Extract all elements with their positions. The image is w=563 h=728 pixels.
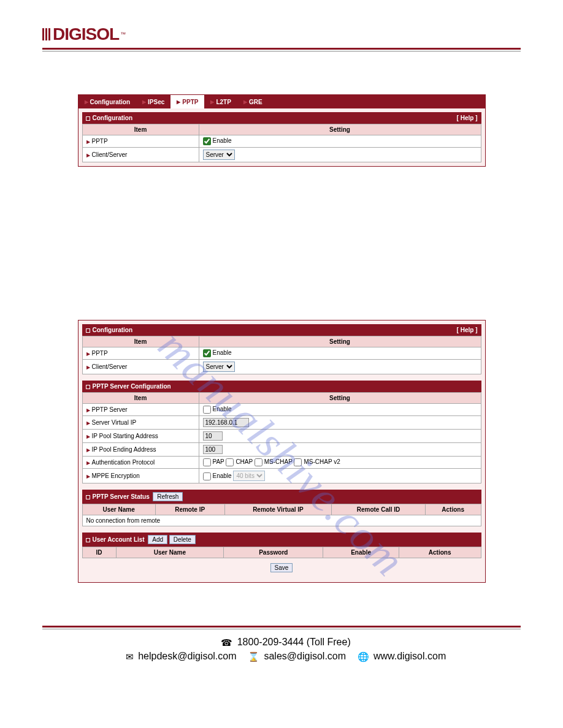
row-client-server2: ▶Client/Server Server: [82, 360, 481, 374]
header-divider-thin: [42, 51, 521, 51]
tab-label: PPTP: [182, 99, 198, 105]
row-label: PPTP: [92, 350, 108, 357]
row-mppe: ▶MPPE Encryption Enable 40 bits: [82, 469, 481, 483]
arrow-icon: ▶: [142, 99, 146, 105]
configuration-table2: Item Setting ▶PPTP Enable ▶Client/Server…: [82, 336, 481, 374]
delete-button[interactable]: Delete: [169, 535, 196, 544]
add-button[interactable]: Add: [148, 535, 167, 544]
row-label: IP Pool Ending Address: [92, 446, 156, 453]
mppe-bits-select[interactable]: 40 bits: [233, 471, 265, 481]
bullet-icon: [86, 538, 90, 542]
col-remote-call: Remote Call ID: [332, 504, 426, 515]
row-ip-pool-end: ▶IP Pool Ending Address: [82, 443, 481, 457]
arrow-icon: ▶: [86, 460, 90, 466]
col-id: ID: [82, 547, 116, 558]
tab-ipsec[interactable]: ▶IPSec: [136, 95, 170, 108]
hourglass-icon: ⌛: [248, 651, 259, 662]
tm-icon: ™: [120, 31, 126, 37]
pptp-server-enable-checkbox[interactable]: Enable: [203, 406, 232, 412]
bullet-icon: [86, 328, 90, 333]
section-title: PPTP Server Status: [93, 493, 150, 500]
row-label: MPPE Encryption: [92, 472, 140, 479]
footer-email1: helpdesk@digisol.com: [138, 651, 236, 661]
section-header-configuration: Configuration [ Help ]: [82, 112, 481, 124]
arrow-icon: ▶: [86, 351, 90, 357]
tab-configuration[interactable]: ▶Configuration: [79, 95, 137, 108]
arrow-icon: ▶: [86, 365, 90, 370]
auth-chap-checkbox[interactable]: CHAP: [226, 458, 253, 465]
row-ip-pool-start: ▶IP Pool Starting Address: [82, 430, 481, 443]
row-label: PPTP Server: [92, 406, 128, 413]
checkbox-label: MS-CHAP: [264, 458, 293, 465]
checkbox-label: Enable: [213, 472, 232, 479]
section-title: Configuration: [93, 327, 133, 333]
tab-label: IPSec: [148, 99, 164, 105]
arrow-icon: ▶: [243, 99, 247, 105]
bullet-icon: [86, 495, 90, 499]
pptp-enable-checkbox[interactable]: Enable: [203, 137, 232, 144]
row-auth-protocol: ▶Authentication Protocol PAP CHAP MS-CHA…: [82, 457, 481, 469]
tab-label: Configuration: [90, 99, 131, 105]
phone-icon: ☎: [221, 637, 232, 648]
section-header-configuration2: Configuration [ Help ]: [82, 324, 481, 336]
mppe-enable-checkbox[interactable]: Enable: [203, 472, 232, 479]
section-title: PPTP Server Configuration: [93, 383, 171, 390]
col-actions: Actions: [425, 504, 481, 515]
server-config-table: Item Setting ▶PPTP Server Enable ▶Server…: [82, 392, 481, 483]
ip-pool-start-input[interactable]: [203, 431, 223, 441]
col-user: User Name: [82, 504, 155, 515]
checkbox-label: Enable: [213, 406, 232, 412]
col-setting: Setting: [199, 124, 481, 135]
auth-mschap-checkbox[interactable]: MS-CHAP: [255, 458, 293, 465]
panel-top: ▶Configuration ▶IPSec ▶PPTP ▶L2TP ▶GRE C…: [78, 94, 486, 167]
row-label: PPTP: [92, 138, 108, 145]
client-server-select[interactable]: Server: [203, 150, 235, 160]
tab-gre[interactable]: ▶GRE: [237, 95, 269, 108]
col-actions: Actions: [399, 547, 481, 558]
checkbox-label: CHAP: [236, 458, 253, 465]
checkbox-label: PAP: [213, 458, 224, 465]
mail-icon: ✉: [126, 651, 134, 662]
arrow-icon: ▶: [85, 99, 88, 105]
col-setting: Setting: [199, 393, 481, 404]
tab-pptp[interactable]: ▶PPTP: [170, 95, 204, 108]
brand-name: DIGISOL: [53, 25, 119, 44]
checkbox-label: MS-CHAP v2: [304, 458, 340, 465]
client-server-select2[interactable]: Server: [203, 362, 235, 372]
row-client-server: ▶Client/Server Server: [82, 148, 481, 162]
section-header-server-config: PPTP Server Configuration: [82, 381, 481, 392]
section-title: Configuration: [93, 115, 133, 121]
section-title: User Account List: [93, 536, 145, 543]
auth-mschapv2-checkbox[interactable]: MS-CHAP v2: [294, 458, 340, 465]
logo-bars-icon: [42, 28, 50, 40]
help-link[interactable]: [ Help ]: [457, 327, 478, 333]
row-label: Client/Server: [92, 363, 128, 370]
arrow-icon: ▶: [86, 153, 90, 158]
col-item: Item: [82, 393, 199, 404]
col-remote-ip: Remote IP: [155, 504, 224, 515]
footer-web: www.digisol.com: [373, 651, 446, 661]
tab-l2tp[interactable]: ▶L2TP: [204, 95, 237, 108]
user-accounts-table: ID User Name Password Enable Actions: [82, 547, 481, 558]
row-pptp2: ▶PPTP Enable: [82, 347, 481, 360]
save-button[interactable]: Save: [270, 563, 293, 572]
col-enable: Enable: [323, 547, 399, 558]
auth-pap-checkbox[interactable]: PAP: [203, 458, 224, 465]
row-pptp: ▶PPTP Enable: [82, 135, 481, 148]
server-virtual-ip-input[interactable]: [203, 418, 249, 427]
row-server-virtual-ip: ▶Server Virtual IP: [82, 416, 481, 430]
section-header-user-accounts: User Account List Add Delete: [82, 533, 481, 547]
ip-pool-end-input[interactable]: [203, 445, 223, 454]
help-link[interactable]: [ Help ]: [457, 115, 478, 121]
brand-logo: DIGISOL ™: [42, 25, 521, 44]
col-setting: Setting: [199, 336, 481, 347]
status-empty-text: No connection from remote: [82, 515, 481, 526]
checkbox-label: Enable: [213, 349, 232, 356]
tab-label: L2TP: [216, 99, 231, 105]
arrow-icon: ▶: [86, 474, 90, 479]
configuration-table: Item Setting ▶PPTP Enable ▶Client/Server…: [82, 124, 481, 162]
pptp-enable-checkbox2[interactable]: Enable: [203, 349, 232, 356]
footer-email2: sales@digisol.com: [264, 651, 346, 661]
col-item: Item: [82, 124, 199, 135]
refresh-button[interactable]: Refresh: [153, 492, 183, 501]
